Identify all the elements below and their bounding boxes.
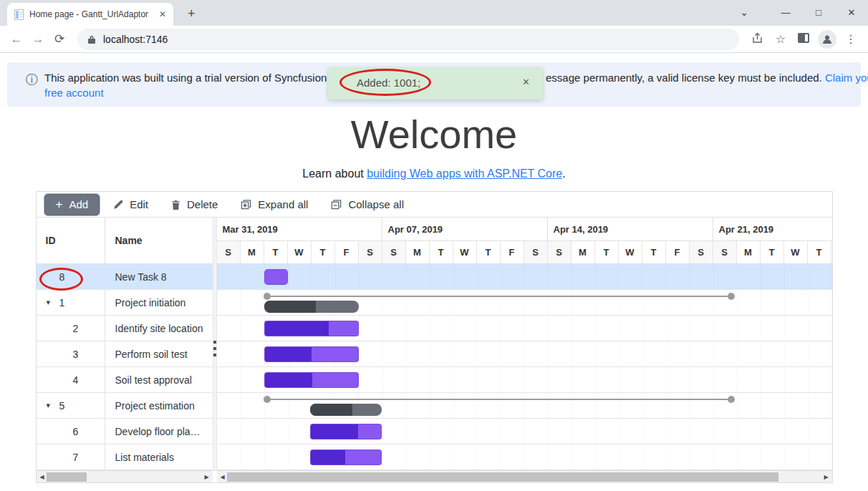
- timeline-week-label[interactable]: Mar 31, 2019: [217, 218, 382, 240]
- side-panel-icon[interactable]: [792, 32, 815, 47]
- table-row[interactable]: ▾5Project estimation: [37, 393, 213, 419]
- task-name[interactable]: Project estimation: [105, 393, 213, 418]
- timeline-day-label[interactable]: F: [666, 241, 690, 263]
- claim-account-link[interactable]: Claim your: [825, 72, 868, 84]
- back-icon[interactable]: ←: [6, 32, 27, 47]
- grid-horizontal-scrollbar[interactable]: ◀ ▶: [37, 471, 213, 482]
- timeline-week-label[interactable]: Apr 21, 2019: [713, 218, 832, 240]
- timeline-day-label[interactable]: W: [288, 241, 312, 263]
- timeline-day-label[interactable]: T: [761, 241, 784, 263]
- scroll-right-icon[interactable]: ▶: [821, 471, 832, 482]
- taskbar[interactable]: [264, 346, 359, 362]
- gantt-row[interactable]: [217, 290, 832, 316]
- gantt-row[interactable]: [217, 393, 832, 419]
- table-row[interactable]: ▾1Project initiation: [37, 290, 213, 316]
- taskbar[interactable]: [264, 321, 359, 336]
- expand-all-button[interactable]: Expand all: [231, 194, 317, 215]
- forward-icon[interactable]: →: [27, 32, 49, 47]
- timeline-day-label[interactable]: S: [217, 241, 241, 263]
- table-row[interactable]: 2Identify site location: [37, 316, 213, 341]
- task-name[interactable]: Perform soil test: [105, 341, 213, 366]
- table-row[interactable]: 4Soil test approval: [37, 367, 213, 393]
- cell-id[interactable]: 2: [37, 316, 105, 341]
- timeline-day-label[interactable]: S: [359, 241, 382, 263]
- timeline-day-label[interactable]: S: [524, 241, 548, 263]
- timeline-day-label[interactable]: W: [453, 241, 477, 263]
- gantt-row[interactable]: [217, 316, 832, 341]
- expander-icon[interactable]: ▾: [47, 298, 59, 307]
- taskbar[interactable]: [264, 372, 359, 388]
- share-icon[interactable]: [746, 32, 769, 47]
- cell-id[interactable]: 4: [37, 367, 105, 392]
- timeline-day-label[interactable]: T: [595, 241, 619, 263]
- add-button[interactable]: + Add: [44, 194, 100, 215]
- timeline-day-label[interactable]: T: [312, 241, 335, 263]
- new-tab-button[interactable]: +: [188, 7, 196, 20]
- task-name[interactable]: New Task 8: [105, 264, 213, 289]
- edit-button[interactable]: Edit: [104, 194, 158, 215]
- timeline-day-label[interactable]: T: [642, 241, 666, 263]
- bookmark-star-icon[interactable]: ☆: [769, 32, 792, 46]
- collapse-all-button[interactable]: Collapse all: [322, 194, 413, 215]
- cell-id[interactable]: ▾5: [37, 393, 105, 418]
- gantt-row[interactable]: [217, 419, 832, 444]
- timeline-day-label[interactable]: F: [335, 241, 359, 263]
- table-row[interactable]: 3Perform soil test: [37, 341, 213, 367]
- toast-close-icon[interactable]: ✕: [522, 77, 530, 87]
- column-header-name[interactable]: Name: [105, 218, 213, 263]
- timeline-day-label[interactable]: M: [406, 241, 430, 263]
- gantt-row[interactable]: [217, 444, 832, 470]
- chart-horizontal-scrollbar[interactable]: ◀ ▶: [217, 471, 832, 482]
- table-row[interactable]: 7List materials: [37, 444, 213, 470]
- aspnet-core-link[interactable]: building Web apps with ASP.NET Core: [367, 167, 562, 180]
- cell-id[interactable]: 7: [37, 444, 105, 470]
- tab-search-chevron-icon[interactable]: ⌄: [728, 6, 761, 18]
- column-header-id[interactable]: ID: [37, 218, 105, 263]
- free-account-link[interactable]: free account: [44, 87, 104, 99]
- address-bar[interactable]: localhost:7146: [77, 29, 739, 50]
- timeline-day-label[interactable]: T: [430, 241, 453, 263]
- timeline-week-label[interactable]: Apr 07, 2019: [382, 218, 548, 240]
- splitter-handle-icon[interactable]: [213, 341, 216, 360]
- browser-tab[interactable]: Home page - Gantt_UrlAdaptor ✕: [7, 3, 173, 26]
- cell-id[interactable]: 6: [37, 419, 105, 444]
- timeline-week-label[interactable]: Apr 14, 2019: [548, 218, 713, 240]
- task-name[interactable]: Develop floor pla…: [105, 419, 213, 444]
- gantt-row[interactable]: [217, 264, 832, 290]
- task-name[interactable]: Soil test approval: [105, 367, 213, 392]
- scrollbar-thumb[interactable]: [47, 472, 87, 482]
- task-name[interactable]: Identify site location: [105, 316, 213, 341]
- timeline-day-label[interactable]: W: [619, 241, 642, 263]
- timeline-day-label[interactable]: S: [548, 241, 572, 263]
- window-maximize-button[interactable]: □: [802, 7, 835, 18]
- parent-taskbar[interactable]: [310, 404, 382, 416]
- delete-button[interactable]: Delete: [162, 194, 227, 215]
- timeline-day-label[interactable]: T: [477, 241, 501, 263]
- cell-id[interactable]: 3: [37, 341, 105, 366]
- taskbar[interactable]: [264, 269, 288, 285]
- gantt-row[interactable]: [217, 341, 832, 367]
- timeline-day-label[interactable]: W: [784, 241, 808, 263]
- reload-icon[interactable]: ⟳: [49, 31, 70, 47]
- profile-avatar[interactable]: [818, 30, 836, 49]
- task-name[interactable]: Project initiation: [105, 290, 213, 315]
- table-row[interactable]: 6Develop floor pla…: [37, 419, 213, 444]
- task-name[interactable]: List materials: [105, 444, 213, 470]
- taskbar[interactable]: [310, 424, 382, 439]
- cell-id[interactable]: ▾1: [37, 290, 105, 315]
- timeline-day-label[interactable]: M: [241, 241, 264, 263]
- timeline-day-label[interactable]: M: [737, 241, 761, 263]
- window-minimize-button[interactable]: —: [769, 7, 802, 18]
- timeline-day-label[interactable]: T: [264, 241, 288, 263]
- timeline-day-label[interactable]: S: [690, 241, 713, 263]
- timeline-day-label[interactable]: F: [501, 241, 524, 263]
- expander-icon[interactable]: ▾: [47, 401, 59, 410]
- tab-close-icon[interactable]: ✕: [159, 10, 166, 19]
- browser-menu-icon[interactable]: ⋮: [839, 32, 862, 46]
- parent-taskbar[interactable]: [264, 301, 359, 313]
- timeline-day-label[interactable]: S: [713, 241, 737, 263]
- taskbar[interactable]: [310, 449, 382, 465]
- gantt-row[interactable]: [217, 367, 832, 393]
- timeline-day-label[interactable]: S: [382, 241, 406, 263]
- window-close-button[interactable]: ✕: [835, 7, 868, 18]
